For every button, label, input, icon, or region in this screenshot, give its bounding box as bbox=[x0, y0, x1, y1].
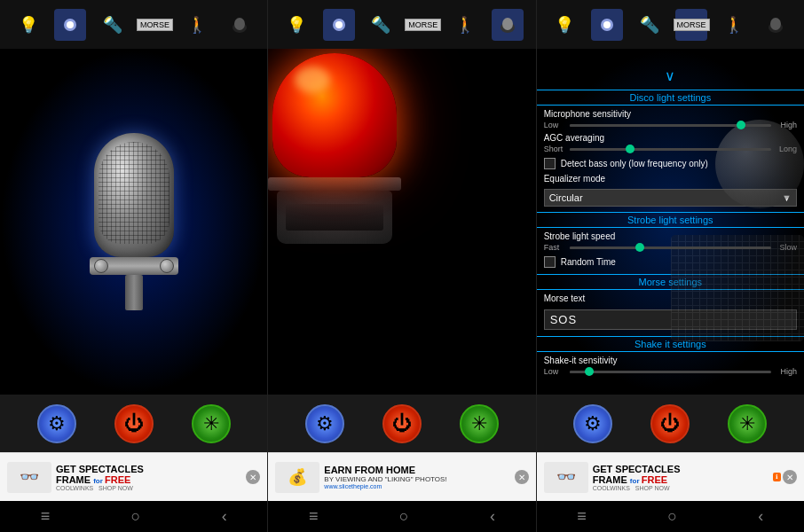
strobe-thumb[interactable] bbox=[635, 243, 644, 252]
ad-settings-sub: FRAME for FREE bbox=[593, 474, 771, 485]
shake-track[interactable] bbox=[570, 371, 771, 373]
siren-highlight bbox=[295, 66, 330, 93]
svg-point-5 bbox=[335, 21, 343, 28]
toolbar-walk-icon[interactable]: 🚶 bbox=[181, 9, 213, 41]
ad-content-siren[interactable]: 💰 EARN FROM HOME BY VIEWING AND "LIKING"… bbox=[275, 462, 514, 493]
mic-sensitivity-track[interactable] bbox=[570, 124, 771, 127]
ad-siren-sub: BY VIEWING AND "LIKING" PHOTOS! bbox=[324, 475, 514, 483]
shake-high-label: High bbox=[775, 367, 797, 376]
panel-siren: 💡 🔦 MORSE 🚶 ⚙ ⏻ ✳ 💰 bbox=[268, 0, 536, 532]
agc-track[interactable] bbox=[570, 148, 771, 151]
power-button[interactable]: ⏻ bbox=[114, 404, 154, 443]
nav-home-button-2[interactable]: ○ bbox=[386, 503, 422, 530]
toolbar2-walk-icon[interactable]: 🚶 bbox=[449, 9, 481, 41]
nav-home-button-3[interactable]: ○ bbox=[654, 503, 690, 530]
settings-button-3[interactable]: ⚙ bbox=[573, 404, 612, 443]
power-button-3[interactable]: ⏻ bbox=[650, 404, 690, 443]
ad-text-siren: EARN FROM HOME BY VIEWING AND "LIKING" P… bbox=[324, 465, 514, 489]
settings-button-2[interactable]: ⚙ bbox=[305, 404, 344, 443]
mic-band bbox=[90, 257, 178, 275]
mic-knob-left bbox=[94, 259, 108, 273]
nav-bar-siren: ≡ ○ ‹ bbox=[268, 501, 535, 532]
microphone-image bbox=[81, 133, 187, 310]
nav-menu-button[interactable]: ≡ bbox=[28, 503, 64, 530]
ad-close-button[interactable]: ✕ bbox=[246, 470, 260, 484]
nav-back-button-3[interactable]: ‹ bbox=[745, 503, 776, 530]
toolbar2-morse-icon[interactable]: MORSE bbox=[407, 9, 439, 41]
ad-brand: COOLWINKS SHOP NOW bbox=[56, 485, 246, 491]
panel-microphone: 💡 🔦 MORSE 🚶 ⚙ ⏻ ✳ 👓 bbox=[0, 0, 268, 532]
shake-thumb[interactable] bbox=[585, 367, 594, 376]
toolbar-morse-icon[interactable]: MORSE bbox=[138, 9, 170, 41]
expand-button-2[interactable]: ✳ bbox=[460, 404, 499, 443]
ad-glasses-icon: 👓 bbox=[7, 462, 51, 493]
settings-button[interactable]: ⚙ bbox=[37, 404, 76, 443]
ad-badge: ℹ bbox=[773, 473, 781, 481]
toolbar-bulb-icon[interactable]: 💡 bbox=[12, 9, 44, 41]
svg-point-1 bbox=[67, 21, 74, 28]
bottom-bar-settings: ⚙ ⏻ ✳ bbox=[537, 395, 804, 452]
shake-sensitivity-row: Shake-it sensitivity Low High bbox=[537, 354, 804, 378]
mic-sensitivity-thumb[interactable] bbox=[737, 121, 745, 129]
toolbar3-bulb-icon[interactable]: 💡 bbox=[548, 9, 580, 41]
nav-bar-settings: ≡ ○ ‹ bbox=[537, 501, 804, 532]
toolbar-siren: 💡 🔦 MORSE 🚶 bbox=[268, 0, 535, 49]
ad-close-button-2[interactable]: ✕ bbox=[515, 470, 529, 484]
settings-display-area: ∨ Disco light settings Microphone sensit… bbox=[537, 49, 804, 395]
equalizer-value: Circular bbox=[549, 192, 583, 203]
ad-close-button-3[interactable]: ✕ bbox=[783, 470, 797, 484]
toolbar-flashlight-icon[interactable]: 🔦 bbox=[97, 9, 129, 41]
toolbar2-flashlight-icon[interactable]: 🔦 bbox=[365, 9, 397, 41]
mic-body bbox=[125, 275, 143, 310]
siren-display-area bbox=[268, 49, 535, 395]
toolbar-settings: 💡 🔦 MORSE 🚶 bbox=[537, 0, 804, 49]
toolbar2-bulb-icon[interactable]: 💡 bbox=[280, 9, 312, 41]
mic-head bbox=[94, 133, 174, 257]
toolbar-mic: 💡 🔦 MORSE 🚶 bbox=[0, 0, 267, 49]
bass-only-label: Detect bass only (low frequency only) bbox=[561, 159, 708, 168]
ad-settings-headline: GET SPECTACLES bbox=[593, 464, 771, 474]
shake-sensitivity-label: Shake-it sensitivity bbox=[544, 356, 797, 365]
ad-siren-glasses-icon: 💰 bbox=[275, 462, 319, 493]
nav-menu-button-2[interactable]: ≡ bbox=[296, 503, 332, 530]
siren-light bbox=[272, 53, 397, 177]
siren-base-top bbox=[268, 177, 401, 191]
bass-only-checkbox[interactable] bbox=[544, 158, 556, 169]
mic-sensitivity-label: Microphone sensitivity bbox=[544, 109, 797, 119]
svg-point-7 bbox=[502, 18, 513, 30]
bottom-bar-mic: ⚙ ⏻ ✳ bbox=[0, 395, 267, 452]
strobe-fast-label: Fast bbox=[544, 243, 566, 252]
toolbar2-flash-on-icon[interactable] bbox=[323, 9, 355, 41]
toolbar-flash-on-icon[interactable] bbox=[54, 9, 86, 41]
panel-settings: 💡 🔦 MORSE 🚶 ∨ Disco light settings Micro… bbox=[537, 0, 804, 532]
nav-home-button[interactable]: ○ bbox=[117, 503, 154, 530]
expand-button-3[interactable]: ✳ bbox=[728, 404, 767, 443]
disco-section-header: Disco light settings bbox=[537, 90, 804, 106]
svg-point-11 bbox=[770, 18, 781, 30]
svg-point-3 bbox=[234, 18, 245, 30]
nav-back-button-2[interactable]: ‹ bbox=[477, 503, 508, 530]
siren-image bbox=[268, 53, 401, 244]
strobe-section-header: Strobe light settings bbox=[537, 212, 804, 228]
toolbar3-walk-icon[interactable]: 🚶 bbox=[718, 9, 750, 41]
ad-siren-headline: EARN FROM HOME bbox=[324, 465, 514, 475]
toolbar3-morse-icon[interactable]: MORSE bbox=[675, 9, 707, 41]
expand-button[interactable]: ✳ bbox=[192, 404, 231, 443]
ad-bar-mic: 👓 GET SPECTACLES FRAME for FREE COOLWINK… bbox=[0, 452, 267, 501]
svg-point-9 bbox=[603, 21, 611, 28]
ad-content-settings[interactable]: 👓 GET SPECTACLES FRAME for FREE COOLWINK… bbox=[544, 462, 771, 493]
ad-subtext: FRAME for FREE bbox=[56, 474, 246, 485]
toolbar-siren-icon[interactable] bbox=[224, 9, 256, 41]
agc-thumb[interactable] bbox=[626, 145, 635, 153]
toolbar3-flashlight-icon[interactable]: 🔦 bbox=[634, 9, 666, 41]
strobe-track[interactable] bbox=[570, 246, 771, 249]
power-button-2[interactable]: ⏻ bbox=[382, 404, 422, 443]
toolbar2-siren-icon[interactable] bbox=[492, 9, 524, 41]
toolbar3-siren-icon[interactable] bbox=[760, 9, 792, 41]
toolbar3-flash-on-icon[interactable] bbox=[591, 9, 623, 41]
nav-menu-button-3[interactable]: ≡ bbox=[564, 503, 600, 530]
nav-back-button[interactable]: ‹ bbox=[209, 503, 240, 530]
mic-display-area bbox=[0, 49, 267, 395]
ad-content-mic[interactable]: 👓 GET SPECTACLES FRAME for FREE COOLWINK… bbox=[7, 462, 246, 493]
random-time-checkbox[interactable] bbox=[544, 256, 556, 268]
